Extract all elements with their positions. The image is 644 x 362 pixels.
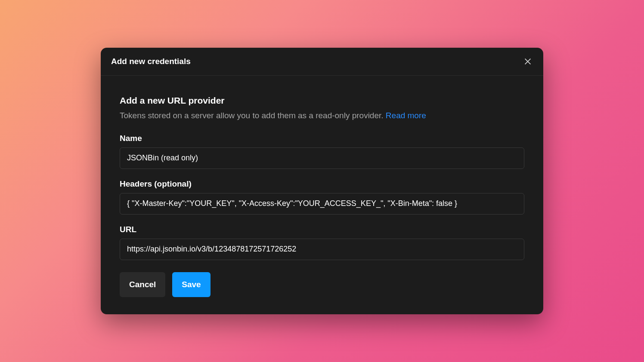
name-label: Name xyxy=(120,134,524,143)
close-button[interactable] xyxy=(522,55,534,67)
headers-label: Headers (optional) xyxy=(120,179,524,189)
credentials-modal: Add new credentials Add a new URL provid… xyxy=(101,48,543,314)
headers-field-group: Headers (optional) xyxy=(120,179,524,215)
read-more-link[interactable]: Read more xyxy=(386,111,426,120)
cancel-button[interactable]: Cancel xyxy=(120,272,165,297)
name-input[interactable] xyxy=(120,147,524,169)
modal-body: Add a new URL provider Tokens stored on … xyxy=(101,76,543,314)
url-label: URL xyxy=(120,225,524,234)
close-icon xyxy=(523,57,533,66)
section-description: Tokens stored on a server allow you to a… xyxy=(120,110,524,122)
button-row: Cancel Save xyxy=(120,272,524,297)
name-field-group: Name xyxy=(120,134,524,169)
modal-header: Add new credentials xyxy=(101,48,543,76)
url-field-group: URL xyxy=(120,225,524,260)
headers-input[interactable] xyxy=(120,193,524,215)
section-title: Add a new URL provider xyxy=(120,95,524,106)
modal-title: Add new credentials xyxy=(111,57,191,66)
url-input[interactable] xyxy=(120,239,524,260)
save-button[interactable]: Save xyxy=(172,272,210,297)
description-text: Tokens stored on a server allow you to a… xyxy=(120,111,386,120)
